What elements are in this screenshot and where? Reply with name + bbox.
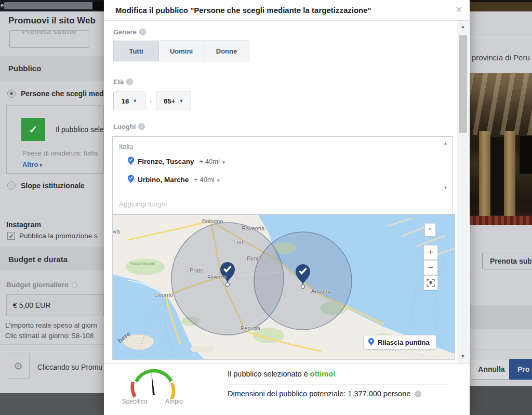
- radio-unselected-icon[interactable]: [7, 181, 16, 190]
- altro-dropdown[interactable]: Altro▾: [22, 161, 42, 168]
- status-highlight: ottimo!: [310, 370, 336, 378]
- place-name: Firenze, Tuscany: [138, 158, 194, 165]
- scrollbar-up-icon[interactable]: ▲: [457, 24, 469, 29]
- instagram-checkbox-label: Pubblica la promozione s: [19, 232, 98, 240]
- gender-option-men[interactable]: Uomini: [158, 41, 204, 61]
- curtain-shape: [479, 131, 490, 225]
- audience-targeting-radio[interactable]: Persone che scegli med: [7, 89, 104, 98]
- modal-scrollbar[interactable]: ▲ ▼: [457, 21, 469, 363]
- location-pin-icon: [127, 157, 135, 166]
- top-bar-search-field[interactable]: [4, 2, 92, 9]
- divider: [228, 384, 448, 385]
- screen: e Promuovi il sito Web Prenota subito Pu…: [0, 0, 532, 415]
- targeting-map[interactable]: ova Bologna Ravenna Forlì Rimini Prato F…: [112, 214, 455, 360]
- institutional-radio[interactable]: Slope istituzionale: [7, 181, 85, 190]
- daily-budget-text: Budget giornaliero: [6, 281, 69, 289]
- place-item: Urbino, Marche + 40mi▼: [127, 175, 221, 184]
- close-icon[interactable]: ✕: [456, 5, 462, 15]
- place-radius-value: + 40mi: [200, 158, 220, 165]
- instagram-publish-checkbox-row[interactable]: ✓ Pubblica la promozione s: [7, 232, 98, 240]
- audience-targeting-label: Persone che scegli med: [21, 89, 104, 98]
- altro-label: Altro: [22, 161, 38, 168]
- prenota-subito-button[interactable]: Prenota subito: [9, 30, 89, 48]
- zoom-in-icon: +: [428, 247, 434, 258]
- drop-pin-button[interactable]: Rilascia puntina: [363, 335, 436, 349]
- divider: [470, 37, 532, 38]
- budget-amount-field[interactable]: € 5,00 EUR: [6, 294, 104, 316]
- tv-shape: [520, 136, 532, 174]
- age-min-dropdown[interactable]: 18 ▼: [113, 92, 145, 110]
- info-icon[interactable]: i: [415, 391, 421, 397]
- drop-pin-label: Rilascia puntina: [378, 339, 430, 346]
- divider: [470, 349, 532, 350]
- gauge-label-specific: Specifico: [116, 398, 153, 405]
- place-radius-dropdown[interactable]: + 40mi▼: [200, 158, 226, 165]
- zoom-out-icon: −: [428, 262, 434, 273]
- top-bar-dark-tab: [93, 2, 103, 10]
- map-label-perugia: Perugia: [241, 325, 260, 331]
- map-zoom-in-button[interactable]: +: [423, 245, 438, 260]
- gender-option-women[interactable]: Donne: [204, 41, 249, 61]
- scroll-down-icon[interactable]: ▼: [443, 185, 448, 190]
- settings-button[interactable]: ⚙: [7, 354, 30, 379]
- website-preview-panel: provincia di Peru Prenota sub Annulla Pr…: [470, 11, 532, 415]
- age-min-value: 18: [122, 97, 129, 105]
- caret-down-icon: ▼: [132, 98, 137, 103]
- places-label: Luoghi i: [113, 123, 145, 131]
- place-radius-dropdown[interactable]: + 40mi▼: [194, 176, 220, 184]
- scroll-up-icon[interactable]: ▲: [443, 140, 448, 146]
- pubblico-header-label: Pubblico: [8, 64, 41, 73]
- audience-meter-footer: Specifico Ampio Il pubblico selezionato …: [104, 363, 470, 415]
- info-icon[interactable]: i: [139, 29, 146, 35]
- info-icon[interactable]: i: [126, 79, 133, 85]
- location-pin-icon: [368, 338, 375, 346]
- age-range-row: 18 ▼ - 65+ ▼: [113, 92, 191, 110]
- status-prefix: Il pubblico selezionato è: [228, 370, 310, 378]
- info-icon[interactable]: i: [138, 123, 145, 130]
- checkbox-checked-icon[interactable]: ✓: [7, 232, 15, 240]
- info-icon[interactable]: i: [71, 281, 78, 288]
- scrollbar-down-icon[interactable]: ▼: [457, 354, 469, 359]
- place-item: Firenze, Tuscany + 40mi▼: [127, 157, 226, 166]
- promote-button[interactable]: Pro: [509, 359, 532, 380]
- places-label-text: Luoghi: [113, 123, 136, 131]
- budget-section-header: Budget e durata: [0, 248, 104, 270]
- book-now-button[interactable]: Prenota sub: [482, 253, 532, 269]
- scrollbar-thumb[interactable]: [459, 35, 467, 133]
- budget-header-label: Budget e durata: [8, 255, 68, 264]
- curtain-shape: [504, 131, 515, 225]
- map-zoom-out-button[interactable]: −: [423, 260, 438, 275]
- page-footer-band: [0, 393, 104, 415]
- audience-size-line: Dimensioni del pubblico potenziale: 1.37…: [228, 390, 421, 398]
- audience-status-line: Il pubblico selezionato è ottimo!: [228, 370, 336, 378]
- cancel-label: Annulla: [478, 365, 504, 373]
- map-recenter-button[interactable]: [423, 275, 438, 290]
- map-label-genova: ova: [112, 228, 120, 235]
- age-separator: -: [150, 97, 152, 105]
- map-collapse-control[interactable]: ^: [424, 223, 436, 237]
- carpet-shape: [470, 216, 532, 225]
- audience-gauge: [129, 368, 179, 399]
- cancel-button[interactable]: Annulla: [471, 359, 512, 380]
- radio-selected-icon[interactable]: [7, 89, 16, 98]
- top-bar-partial-text: e: [1, 2, 4, 8]
- instagram-label: Instagram: [6, 221, 41, 229]
- caret-down-icon: ▼: [216, 178, 221, 183]
- add-places-input[interactable]: [112, 194, 453, 214]
- audience-summary-card: ✓ Il pubblico sele Paese di residenza: I…: [6, 105, 104, 174]
- map-label-bologna: Bologna: [202, 218, 223, 224]
- hotel-room-image: [470, 73, 532, 225]
- gender-label: Genere i: [113, 28, 146, 36]
- budget-amount-value: € 5,00 EUR: [13, 301, 50, 309]
- preview-heading: provincia di Peru: [472, 53, 530, 62]
- map-label-ancona: Ancona: [311, 288, 330, 294]
- ceiling-beams: [470, 73, 532, 135]
- gender-option-all[interactable]: Tutti: [113, 41, 159, 61]
- modal-title: Modifica il pubblico "Persone che scegli…: [115, 0, 371, 21]
- checkmark-icon: ✓: [29, 123, 38, 136]
- age-max-dropdown[interactable]: 65+ ▼: [156, 92, 191, 110]
- divider: [0, 344, 104, 345]
- places-list: Italia Firenze, Tuscany + 40mi▼ Urbino, …: [112, 136, 453, 194]
- map-label-forli: Forlì: [233, 239, 245, 245]
- page-footer-band: [470, 386, 532, 415]
